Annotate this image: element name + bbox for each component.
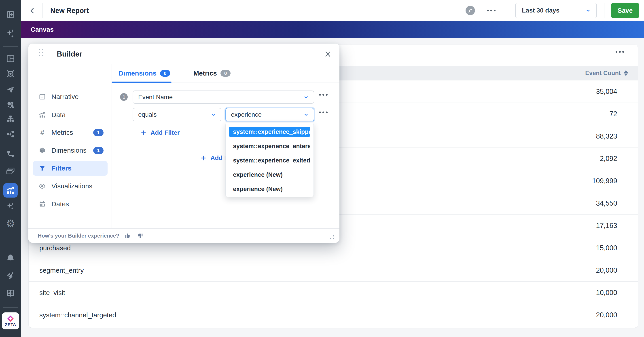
drag-handle-icon[interactable] (39, 49, 43, 56)
app-sidebar: ⚙ ZETA (0, 0, 21, 337)
dropdown-option[interactable]: system::experience_entered (229, 139, 310, 153)
analytics-active-item[interactable] (3, 183, 18, 198)
back-button[interactable] (28, 6, 37, 16)
builder-nav-item-dimensions[interactable]: Dimensions 1 (33, 143, 108, 158)
resize-handle-icon[interactable] (330, 235, 334, 239)
tab-dimensions[interactable]: Dimensions 0 (118, 64, 170, 82)
header-divider (42, 3, 43, 18)
filter-value-dropdown-menu: system::experience_skipped system::exper… (226, 123, 314, 197)
chart-icon (38, 111, 46, 118)
add-filter-button[interactable]: Add Filter (141, 129, 180, 136)
filter-operator-value: equals (138, 111, 210, 118)
filter-value-more-options-icon[interactable] (319, 111, 328, 113)
builder-feedback-bar: How's your Builder experience? (28, 228, 340, 243)
sidebar-divider (3, 307, 18, 308)
metrics-tab-count-badge: 0 (220, 70, 230, 77)
settings-gear-icon[interactable]: ⚙ (6, 218, 15, 229)
flow-split-icon[interactable] (6, 130, 15, 138)
filter-operator-select[interactable]: equals (132, 108, 222, 121)
canvas-tab-label: Canvas (31, 26, 54, 33)
hash-icon: # (38, 129, 46, 136)
sort-icon[interactable] (624, 70, 628, 76)
dropdown-option[interactable]: experience (New) (229, 182, 310, 196)
filter-row-more-options-icon[interactable] (319, 94, 328, 96)
chevron-down-icon (585, 7, 592, 14)
dropdown-option-highlighted[interactable]: system::experience_skipped (229, 127, 310, 137)
plus-icon (141, 130, 146, 136)
builder-nav-item-dates[interactable]: Dates (33, 197, 108, 211)
zeta-logo-text: ZETA (5, 323, 16, 327)
builder-title: Builder (57, 43, 82, 64)
document-icon (38, 93, 46, 100)
zeta-diamond-icon (7, 315, 14, 322)
cards-stack-icon[interactable] (6, 167, 15, 176)
ai-assist-sparkles-icon[interactable] (6, 202, 15, 210)
hierarchy-icon[interactable] (6, 115, 15, 123)
header-more-options-icon[interactable] (487, 9, 496, 11)
campaigns-send-icon[interactable] (6, 86, 15, 94)
table-row: segment_entry20,000 (28, 259, 638, 282)
notifications-bell-icon[interactable] (6, 254, 15, 263)
canvas-tab-bar[interactable]: Canvas (21, 21, 644, 38)
tab-metrics[interactable]: Metrics 0 (194, 64, 230, 82)
filter-field-value: Event Name (138, 94, 303, 101)
ai-sparkles-icon[interactable] (6, 29, 15, 38)
builder-modal-header: Builder (28, 43, 340, 64)
save-button[interactable]: Save (611, 3, 639, 18)
app-root: ⚙ ZETA New Report (0, 0, 644, 337)
dimensions-count-badge: 1 (93, 147, 104, 154)
funnel-icon (38, 165, 46, 172)
builder-nav-item-visualizations[interactable]: Visualizations (33, 179, 108, 194)
eye-icon (38, 183, 46, 190)
builder-nav-item-narrative[interactable]: Narrative (33, 89, 108, 104)
zeta-logo[interactable]: ZETA (2, 313, 19, 330)
collapse-sidebar-icon[interactable] (6, 10, 14, 18)
sidebar-divider (3, 239, 18, 239)
chevron-down-icon (303, 111, 309, 118)
builder-modal: Builder Narrative Data # Metrics 1 Di (28, 43, 340, 243)
dashboards-icon[interactable] (6, 54, 15, 63)
builder-nav-item-filters[interactable]: Filters (33, 161, 108, 176)
metrics-count-badge: 1 (93, 129, 104, 136)
knowledge-book-icon[interactable] (6, 289, 15, 298)
calendar-icon (38, 201, 46, 207)
thumbs-down-icon[interactable] (137, 232, 143, 239)
audience-icon[interactable] (6, 100, 15, 109)
table-row: system::channel_targeted20,000 (28, 304, 638, 326)
event-count-column-header: Event Count (585, 70, 621, 77)
date-range-select[interactable]: Last 30 days (515, 3, 597, 18)
thumbs-up-icon[interactable] (124, 232, 131, 239)
page-title: New Report (50, 0, 89, 21)
date-range-value: Last 30 days (522, 7, 585, 14)
goals-target-icon[interactable] (6, 69, 15, 78)
header-divider (507, 3, 507, 18)
header-divider (604, 3, 604, 18)
widget-more-options-icon[interactable] (616, 51, 624, 53)
filter-index-badge: 1 (120, 93, 128, 101)
cube-icon (38, 147, 46, 154)
filter-field-select[interactable]: Event Name (132, 90, 314, 104)
top-header: New Report Last 30 days Save (21, 0, 644, 21)
filter-value-text: experience (231, 111, 303, 118)
signal-status-icon[interactable] (6, 271, 15, 280)
builder-nav: Narrative Data # Metrics 1 Dimensions 1 … (28, 64, 112, 228)
sidebar-divider (3, 46, 18, 47)
dropdown-option[interactable]: system::experience_exited (229, 153, 310, 168)
builder-tabs: Dimensions 0 Metrics 0 (112, 64, 340, 82)
journey-icon[interactable] (6, 150, 15, 158)
dropdown-option[interactable]: experience (New) (229, 168, 310, 182)
plus-icon (200, 155, 206, 161)
chevron-down-icon (210, 111, 216, 118)
active-tab-underline (112, 82, 172, 83)
table-row: site_visit10,000 (28, 282, 638, 304)
dimensions-tab-count-badge: 0 (160, 70, 170, 77)
filter-value-select[interactable]: experience (226, 108, 314, 121)
feedback-question: How's your Builder experience? (38, 233, 119, 239)
explore-compass-icon[interactable] (465, 5, 475, 15)
chevron-down-icon (303, 94, 309, 100)
builder-nav-item-metrics[interactable]: # Metrics 1 (33, 125, 108, 140)
builder-nav-item-data[interactable]: Data (33, 107, 108, 122)
close-icon[interactable] (323, 49, 332, 59)
